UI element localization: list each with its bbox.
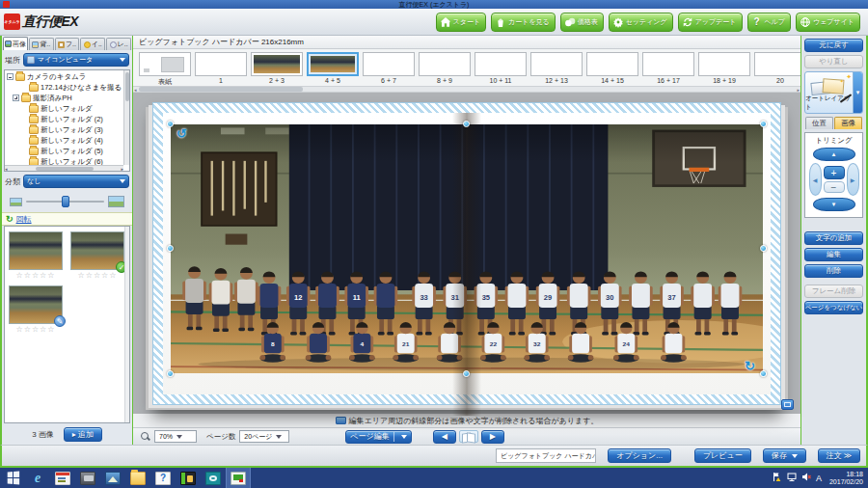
tree-item[interactable]: 新しいフォルダ — [7, 103, 129, 114]
rating-stars[interactable]: ☆☆☆☆☆ — [70, 271, 124, 280]
tree-horizontal-scrollbar[interactable]: ◂ ▸ — [5, 165, 123, 171]
preview-button[interactable]: プレビュー — [694, 448, 751, 463]
tab-position[interactable]: 位置 — [805, 117, 833, 129]
trim-left-button[interactable]: ◀ — [809, 163, 822, 196]
page-thumb-selected[interactable]: 4 + 5 — [307, 52, 359, 84]
editor-canvas[interactable]: 12 11 33 31 35 29 30 37 8 — [133, 93, 800, 414]
thumbnails-scrollbar[interactable] — [124, 227, 129, 422]
page-count-select[interactable]: 20ページ — [239, 430, 289, 443]
scroll-thumb[interactable] — [36, 167, 94, 171]
page-thumb[interactable]: 12 + 13 — [530, 52, 583, 84]
page-thumb[interactable]: 10 + 11 — [475, 52, 527, 84]
taskbar-icon-help[interactable]: ? — [150, 468, 176, 488]
tree-item[interactable]: 新しいフォルダ (5) — [7, 146, 129, 156]
thumbnail-size-slider[interactable] — [26, 201, 104, 203]
frame-delete-button[interactable]: フレーム削除 — [804, 285, 863, 298]
price-list-button[interactable]: 価格表 — [560, 13, 604, 32]
resize-handle[interactable] — [463, 370, 470, 377]
resize-handle[interactable] — [463, 121, 470, 127]
undo-button[interactable]: 元に戻す — [804, 39, 863, 52]
resize-handle[interactable] — [167, 121, 174, 127]
scroll-thumb[interactable] — [139, 87, 303, 92]
slider-handle[interactable] — [62, 196, 69, 207]
options-button[interactable]: オプション... — [608, 448, 671, 463]
network-icon[interactable] — [787, 472, 797, 484]
ime-indicator[interactable]: A — [816, 474, 822, 483]
image-thumbnail[interactable]: ☆☆☆☆☆ — [9, 231, 63, 280]
page-thumb[interactable]: 1 — [195, 52, 247, 84]
resize-handle[interactable] — [167, 370, 174, 377]
zoom-out-button[interactable]: − — [824, 181, 845, 193]
save-button[interactable]: 保存 — [763, 448, 806, 463]
taskbar-icon-camera[interactable] — [75, 468, 100, 488]
no-connect-pages-button[interactable]: ページをつなげない — [804, 301, 863, 314]
trim-up-button[interactable]: ▲ — [813, 148, 855, 161]
collapse-icon[interactable] — [7, 73, 14, 80]
tree-vertical-scrollbar[interactable] — [123, 70, 129, 165]
scroll-left-icon[interactable]: ◂ — [134, 87, 137, 93]
trim-down-button[interactable]: ▼ — [813, 198, 855, 211]
taskbar-icon-ie[interactable]: e — [25, 468, 50, 488]
rotate-handle[interactable]: ↺ — [176, 126, 187, 141]
strip-scrollbar[interactable]: ◂ ▸ — [133, 86, 800, 93]
tab-background[interactable]: 背.. — [29, 38, 54, 50]
zoom-select[interactable]: 70% — [154, 430, 197, 443]
tree-item[interactable]: 新しいフォルダ (3) — [7, 124, 129, 135]
thumbnail-photo[interactable] — [9, 231, 63, 270]
scroll-right-icon[interactable]: ▸ — [121, 166, 123, 172]
rating-stars[interactable]: ☆☆☆☆☆ — [9, 325, 63, 334]
tab-illustration[interactable]: イ.. — [80, 38, 105, 50]
add-text-button[interactable]: 文字の追加 — [804, 231, 863, 245]
resize-handle[interactable] — [167, 245, 174, 252]
resize-handle[interactable] — [760, 245, 767, 252]
spread-photo[interactable]: 12 11 33 31 35 29 30 37 8 — [171, 124, 763, 373]
taskbar-icon-folder[interactable] — [125, 468, 150, 488]
website-button[interactable]: ウェブサイト — [796, 13, 860, 32]
edit-button[interactable]: 編集 — [804, 248, 863, 261]
tab-image[interactable]: 画像 — [834, 117, 862, 129]
start-menu-button[interactable] — [0, 468, 25, 488]
taskbar-icon-teal-app[interactable] — [201, 468, 226, 488]
auto-layout-button[interactable]: ✦✦ オートレイアウト ▼ — [804, 71, 863, 114]
auto-layout-dropdown[interactable]: ▼ — [853, 72, 862, 113]
page-thumb[interactable]: 18 + 19 — [698, 52, 750, 84]
update-button[interactable]: アップデート — [678, 13, 743, 32]
page-thumb-cover[interactable]: 表紙 — [139, 52, 191, 86]
taskbar-icon-photo-app[interactable] — [226, 468, 251, 488]
expand-icon[interactable] — [13, 95, 19, 101]
settings-button[interactable]: セッティング — [609, 13, 673, 32]
taskbar-icon-cardreader[interactable] — [176, 468, 201, 488]
help-button[interactable]: ? ヘルプ — [747, 13, 792, 32]
view-cart-button[interactable]: カートを見る — [491, 13, 556, 32]
tree-item[interactable]: 撮影済みPH — [7, 93, 129, 103]
category-dropdown[interactable]: なし — [23, 175, 129, 188]
page-thumb[interactable]: 6 + 7 — [363, 52, 415, 84]
location-dropdown[interactable]: マイコンピュータ — [23, 53, 129, 67]
fit-page-icon[interactable] — [781, 399, 794, 410]
tab-layout[interactable]: レ.. — [106, 38, 131, 50]
trim-right-button[interactable]: ▶ — [847, 163, 859, 196]
thumbnail-photo[interactable]: ✎ — [9, 285, 63, 324]
action-center-flag-icon[interactable] — [773, 472, 782, 484]
tree-item[interactable]: 新しいフォルダ (2) — [7, 114, 129, 124]
prev-page-button[interactable]: ◀ — [433, 430, 456, 444]
start-button[interactable]: スタート — [436, 13, 487, 32]
tree-item[interactable]: 新しいフォルダ (4) — [7, 135, 129, 146]
zoom-in-button[interactable]: + — [824, 166, 845, 179]
redo-button[interactable]: やり直し — [804, 55, 863, 68]
taskbar-clock[interactable]: 18:18 2017/02/20 — [827, 471, 863, 486]
thumbnail-photo[interactable]: ✓ — [70, 231, 124, 270]
resize-handle[interactable] — [760, 121, 767, 127]
page-thumb[interactable]: 16 + 17 — [642, 52, 694, 84]
delete-button[interactable]: 削除 — [804, 264, 863, 278]
resize-handle[interactable] — [760, 370, 767, 377]
taskbar-icon-calendar[interactable] — [50, 468, 75, 488]
image-thumbnail[interactable]: ✎ ☆☆☆☆☆ — [9, 285, 63, 334]
rotate-handle[interactable]: ↻ — [745, 359, 755, 373]
tree-item[interactable]: 172.14おひなさまを撮る — [7, 82, 129, 93]
rotate-link[interactable]: 回転 — [16, 214, 32, 225]
next-page-button[interactable]: ▶ — [481, 430, 504, 444]
scroll-right-icon[interactable]: ▸ — [797, 87, 800, 93]
tab-images[interactable]: 画像 — [3, 37, 28, 50]
add-button[interactable]: ▸ 追加 — [64, 427, 102, 442]
